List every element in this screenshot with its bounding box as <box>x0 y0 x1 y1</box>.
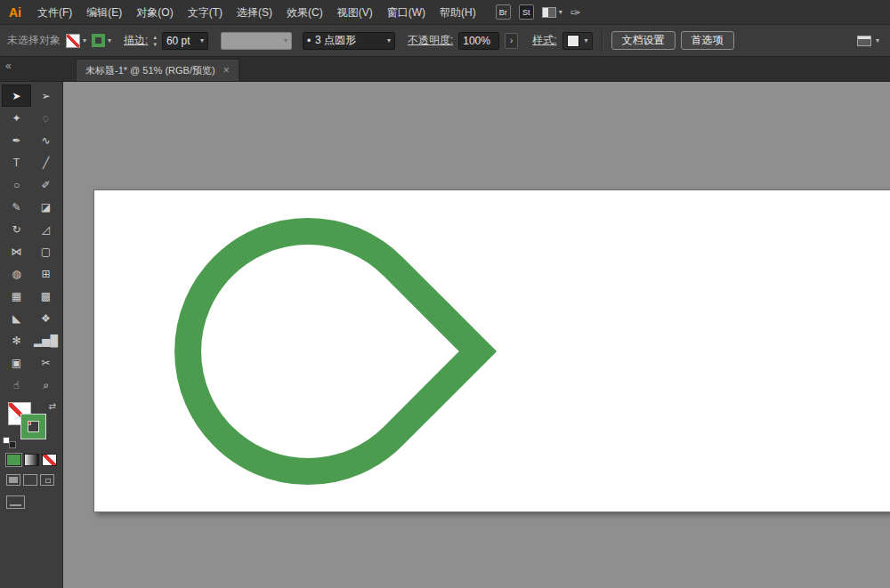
perspective-grid-tool[interactable]: ⊞ <box>31 262 61 285</box>
style-panel-link[interactable]: 样式: <box>532 33 556 48</box>
symbol-sprayer-tool[interactable]: ✻ <box>2 329 31 351</box>
menu-edit[interactable]: 编辑(E) <box>79 0 129 25</box>
screen-mode-button[interactable] <box>6 495 25 509</box>
draw-normal-mode-button[interactable] <box>6 474 20 486</box>
collapse-tools-button[interactable]: « <box>5 60 10 72</box>
chevron-down-icon: ▾ <box>83 37 86 44</box>
opacity-more-button[interactable]: › <box>505 33 518 49</box>
document-tab[interactable]: 未标题-1* @ 51% (RGB/预览) × <box>76 59 239 81</box>
line-segment-tool[interactable]: ╱ <box>31 151 61 173</box>
stock-icon[interactable]: St <box>519 4 534 20</box>
menu-type[interactable]: 文字(T) <box>181 0 230 25</box>
color-type-buttons <box>0 454 62 466</box>
style-combo[interactable]: ▾ <box>562 32 593 50</box>
opacity-panel-link[interactable]: 不透明度: <box>408 33 453 48</box>
stroke-proxy-swatch[interactable] <box>21 415 45 439</box>
brush-name: 3 点圆形 <box>315 33 356 48</box>
mesh-tool[interactable]: ▦ <box>2 285 31 307</box>
panel-options-icon <box>857 36 871 46</box>
ellipse-tool[interactable]: ○ <box>2 173 31 196</box>
magic-wand-tool[interactable]: ✦ <box>2 107 31 129</box>
menu-bar: Ai 文件(F)编辑(E)对象(O)文字(T)选择(S)效果(C)视图(V)窗口… <box>0 0 890 25</box>
divider <box>602 30 603 52</box>
arrange-documents-control[interactable]: ▾ <box>542 7 562 18</box>
fill-color-control[interactable]: ▾ <box>66 34 86 48</box>
stroke-weight-combo[interactable]: 60 pt ▾ <box>162 32 208 50</box>
opacity-input[interactable]: 100% <box>458 32 499 50</box>
eyedropper-tool[interactable]: ◣ <box>2 307 31 329</box>
free-transform-tool[interactable]: ▢ <box>31 240 61 262</box>
pen-tool[interactable]: ✒ <box>2 129 31 151</box>
paintbrush-tool[interactable]: ✐ <box>31 173 61 196</box>
selection-status: 未选择对象 <box>7 33 61 48</box>
stroke-weight-value: 60 pt <box>166 35 190 47</box>
preferences-button[interactable]: 首选项 <box>681 31 734 50</box>
chevron-down-icon: ▾ <box>284 37 287 44</box>
chevron-down-icon: ▾ <box>387 37 391 44</box>
stepper-up-icon[interactable]: ▴ <box>153 34 157 40</box>
slice-tool[interactable]: ✂ <box>31 351 61 374</box>
gradient-button[interactable] <box>24 454 39 466</box>
draw-mode-buttons <box>0 474 62 486</box>
stroke-panel-link[interactable]: 描边: <box>124 33 148 48</box>
tool-grid: ➤➢✦◌✒∿T╱○✐✎◪↻◿⋈▢◍⊞▦▩◣❖✻▂▅█▣✂☝⌕ <box>0 82 62 396</box>
eraser-tool[interactable]: ◪ <box>31 196 61 218</box>
stroke-color-control[interactable]: ▾ <box>92 34 111 47</box>
chevron-down-icon: ▾ <box>585 37 588 44</box>
brush-definition-combo[interactable]: • 3 点圆形 ▾ <box>303 32 395 50</box>
type-tool[interactable]: T <box>2 151 31 173</box>
pencil-tool[interactable]: ✎ <box>2 196 31 218</box>
hand-tool[interactable]: ☝ <box>2 374 31 396</box>
control-panel-menu[interactable]: ▾ <box>857 36 883 46</box>
draw-inside-icon <box>45 479 51 483</box>
draw-normal-icon <box>9 477 18 483</box>
stepper-down-icon[interactable]: ▾ <box>153 41 157 47</box>
draw-inside-mode-button[interactable] <box>40 474 54 486</box>
artboard[interactable] <box>93 189 890 512</box>
scale-tool[interactable]: ◿ <box>31 218 61 240</box>
stroke-color-swatch-icon <box>92 34 105 47</box>
teardrop-shape[interactable] <box>94 190 890 513</box>
document-tab-strip: « 未标题-1* @ 51% (RGB/预览) × <box>0 57 890 82</box>
app-logo: Ai <box>0 5 30 20</box>
swap-fill-stroke-icon[interactable]: ⇄ <box>49 401 56 411</box>
teardrop-path[interactable] <box>188 231 478 471</box>
blend-tool[interactable]: ❖ <box>31 307 61 329</box>
color-button[interactable] <box>6 454 21 466</box>
document-setup-button[interactable]: 文档设置 <box>611 31 676 50</box>
control-bar: 未选择对象 ▾ ▾ 描边: ▴ ▾ 60 pt ▾ ▾ • 3 点圆形 ▾ 不透… <box>0 25 890 57</box>
menu-window[interactable]: 窗口(W) <box>380 0 433 25</box>
fill-none-swatch-icon <box>66 34 80 48</box>
arrange-documents-icon <box>542 7 556 18</box>
style-swatch-icon <box>567 35 579 47</box>
touch-workspace-icon[interactable]: ✑ <box>570 5 581 20</box>
rotate-tool[interactable]: ↻ <box>2 218 31 240</box>
curvature-tool[interactable]: ∿ <box>31 129 61 151</box>
gradient-tool[interactable]: ▩ <box>31 285 61 307</box>
default-fill-stroke-icon[interactable] <box>3 437 16 448</box>
draw-behind-mode-button[interactable] <box>23 474 37 486</box>
lasso-tool[interactable]: ◌ <box>31 107 61 129</box>
menu-select[interactable]: 选择(S) <box>230 0 279 25</box>
direct-selection-tool[interactable]: ➢ <box>31 85 61 107</box>
menu-file[interactable]: 文件(F) <box>30 0 79 25</box>
stroke-weight-stepper[interactable]: ▴ ▾ <box>153 34 157 47</box>
canvas-pasteboard[interactable] <box>63 82 890 588</box>
menu-object[interactable]: 对象(O) <box>129 0 180 25</box>
menu-items: 文件(F)编辑(E)对象(O)文字(T)选择(S)效果(C)视图(V)窗口(W)… <box>30 0 483 25</box>
width-tool[interactable]: ⋈ <box>2 240 31 262</box>
shape-builder-tool[interactable]: ◍ <box>2 262 31 285</box>
menu-help[interactable]: 帮助(H) <box>433 0 483 25</box>
chevron-down-icon: ▾ <box>559 9 562 16</box>
close-icon[interactable]: × <box>223 64 230 77</box>
none-button[interactable] <box>42 454 57 466</box>
artboard-tool[interactable]: ▣ <box>2 351 31 374</box>
default-stroke-chip <box>9 441 16 448</box>
bridge-icon[interactable]: Br <box>496 4 511 20</box>
column-graph-tool[interactable]: ▂▅█ <box>31 329 61 351</box>
zoom-tool[interactable]: ⌕ <box>31 374 61 396</box>
width-profile-combo-disabled: ▾ <box>221 32 292 50</box>
selection-tool[interactable]: ➤ <box>2 85 31 107</box>
menu-effect[interactable]: 效果(C) <box>279 0 330 25</box>
menu-view[interactable]: 视图(V) <box>330 0 380 25</box>
